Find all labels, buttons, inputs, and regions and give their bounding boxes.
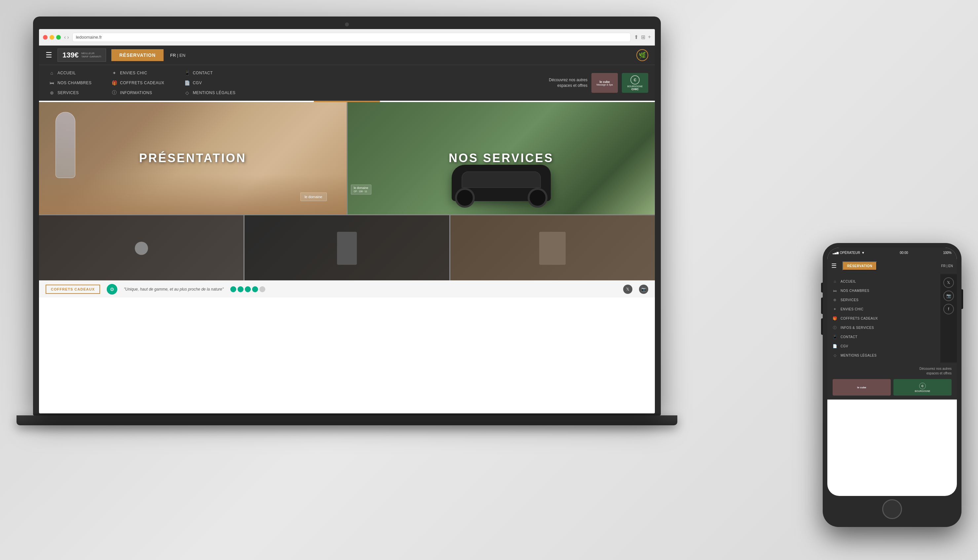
hamburger-menu[interactable]: ☰ [46, 51, 52, 60]
phone-bourgogne-logo[interactable]: C BOURGOGNE [893, 379, 951, 395]
phone-plus-icon: ⊕ [833, 298, 837, 302]
phone-twitter-btn[interactable]: 𝕏 [943, 277, 954, 288]
phone-vol-down-button[interactable] [821, 318, 823, 335]
laptop-body: ‹ › ledoomaine.fr ⬆ ⊞ + ☰ 139€ [33, 17, 661, 413]
phone-nav-mentions[interactable]: ◇ MENTIONS LÉGALES [827, 351, 940, 360]
coffrets-cadeaux-button[interactable]: COFFRETS CADEAUX [46, 285, 100, 294]
phone-home-icon: ⌂ [833, 279, 837, 283]
phone-gift-icon: 🎁 [833, 316, 837, 321]
presentation-panel[interactable]: PRÉSENTATION le domaine [39, 102, 347, 214]
car-wheel-left [455, 188, 475, 208]
phone-nav-infos[interactable]: ⓘ INFOS & SERVICES [827, 323, 940, 332]
info-icon: ⓘ [111, 90, 117, 96]
phone-lecube-logo[interactable]: le cube [833, 379, 891, 395]
phone-home-bar [827, 496, 957, 522]
star-5-empty [259, 286, 265, 292]
phone-icon: 📱 [184, 70, 190, 76]
phone-bottom-section: Découvrez nos autresespaces et offres le… [827, 363, 957, 400]
phone-promo-text: Découvrez nos autresespaces et offres [833, 367, 951, 376]
diamond-icon: ◇ [184, 90, 190, 96]
wifi-icon: ▼ [861, 251, 865, 255]
battery-status: 100% [943, 251, 951, 255]
lang-fr[interactable]: FR [170, 53, 176, 58]
nav-item-cgv[interactable]: 📄 CGV [181, 78, 239, 88]
browser-dot-yellow[interactable] [50, 35, 54, 40]
wishlist-icon: ✦ [111, 70, 117, 76]
new-tab-icon[interactable]: ⊞ [641, 34, 645, 40]
price-amount: 139€ [62, 51, 78, 60]
image-grid-bottom [39, 214, 655, 280]
phone-nav-accueil[interactable]: ⌂ ACCUEIL [827, 277, 940, 286]
phone-social-sidebar: 𝕏 📷 f [940, 274, 957, 363]
phone-nav-coffrets[interactable]: 🎁 COFFRETS CADEAUX [827, 314, 940, 323]
laptop-base [17, 415, 678, 425]
doc-icon: 📄 [184, 80, 190, 86]
phone-nav-envies[interactable]: ✦ ENVIES CHIC [827, 305, 940, 314]
phone-mute-button[interactable] [821, 283, 823, 293]
strip-image-2 [245, 215, 450, 280]
forward-icon[interactable]: › [67, 34, 69, 40]
star-1 [230, 286, 236, 292]
browser-dot-green[interactable] [56, 35, 61, 40]
phone-nav-services[interactable]: ⊕ SERVICES [827, 295, 940, 305]
phone-facebook-btn[interactable]: f [943, 304, 954, 314]
home-button[interactable] [882, 499, 902, 519]
nav-item-informations[interactable]: ⓘ INFORMATIONS [108, 88, 167, 97]
nav-columns: ⌂ ACCUEIL 🛏 NOS CHAMBRES ⊕ SERVICES [46, 65, 549, 101]
price-box: 139€ MEILLEURTARIF GARANTI [57, 48, 106, 62]
phone-vol-up-button[interactable] [821, 298, 823, 314]
lang-en[interactable]: EN [179, 53, 185, 58]
nav-item-mentions[interactable]: ◇ MENTIONS LÉGALES [181, 88, 239, 97]
phone-body: ▂▄▆ OPÉRATEUR ▼ 00:00 100% ☰ RÉSERVATION… [823, 243, 961, 527]
share-icon[interactable]: ⬆ [634, 34, 638, 40]
nav-item-services[interactable]: ⊕ SERVICES [46, 88, 95, 97]
phone-nav-chambres[interactable]: 🛏 NOS CHAMBRES [827, 286, 940, 295]
shelf-decoration [539, 232, 566, 265]
phone-status-bar: ▂▄▆ OPÉRATEUR ▼ 00:00 100% [827, 248, 957, 258]
browser-dot-red[interactable] [43, 35, 48, 40]
instagram-icon[interactable]: 📷 [639, 285, 648, 294]
reservation-button[interactable]: RÉSERVATION [111, 49, 164, 61]
phone-lang-fr[interactable]: FR [941, 264, 946, 268]
browser-actions: ⬆ ⊞ + [634, 34, 651, 40]
review-text: "Unique, haut de gamme, et au plus proch… [124, 287, 224, 292]
star-2 [237, 286, 244, 292]
leaf-icon: 🌿 [636, 49, 648, 61]
phone-reservation-btn[interactable]: RÉSERVATION [843, 262, 877, 270]
site-content: ☰ 139€ MEILLEURTARIF GARANTI RÉSERVATION… [39, 45, 655, 413]
nav-item-accueil[interactable]: ⌂ ACCUEIL [46, 68, 95, 78]
phone-promo-logos: le cube C BOURGOGNE [833, 379, 951, 395]
nav-item-chambres[interactable]: 🛏 NOS CHAMBRES [46, 78, 95, 88]
plus-icon: ⊕ [49, 90, 55, 96]
lang-selector: FR | EN [170, 53, 185, 58]
nav-item-contact[interactable]: 📱 CONTACT [181, 68, 239, 78]
phone-nav-cgv[interactable]: 📄 CGV [827, 342, 940, 351]
phone-hamburger[interactable]: ☰ [831, 262, 836, 270]
phone-time: 00:00 [900, 251, 908, 255]
phone-instagram-btn[interactable]: 📷 [943, 290, 954, 301]
phone-nav-contact[interactable]: 📱 CONTACT [827, 332, 940, 342]
car-decoration [445, 158, 557, 208]
nav-item-coffrets[interactable]: 🎁 COFFRETS CADEAUX [108, 78, 167, 88]
presentation-title: PRÉSENTATION [139, 151, 247, 165]
key-decoration [135, 242, 148, 255]
bourgognechic-logo[interactable]: C BOURGOGNE CHIC [622, 73, 648, 93]
lecube-logo[interactable]: le cube Massage & Spa [591, 73, 618, 93]
browser-dots [43, 35, 61, 40]
nav-col-1: ⌂ ACCUEIL 🛏 NOS CHAMBRES ⊕ SERVICES [46, 65, 95, 101]
services-panel[interactable]: le domaineCP · 138 · 11 NOS SERVICES [347, 102, 655, 214]
signal-bars: ▂▄▆ [833, 251, 839, 254]
phone-info-icon: ⓘ [833, 325, 837, 330]
nav-bar: ⌂ ACCUEIL 🛏 NOS CHAMBRES ⊕ SERVICES [39, 65, 655, 101]
domain-logo-overlay2: le domaineCP · 138 · 11 [351, 185, 371, 195]
phone-diamond-icon: ◇ [833, 353, 837, 358]
bed-icon: 🛏 [49, 80, 55, 86]
phone-bed-icon: 🛏 [833, 288, 837, 293]
browser-url-bar[interactable]: ledoomaine.fr [72, 33, 631, 42]
back-icon[interactable]: ‹ [64, 34, 66, 40]
phone-lang-en[interactable]: EN [948, 264, 953, 268]
phone-power-button[interactable] [961, 289, 963, 309]
twitter-icon[interactable]: 𝕏 [623, 285, 633, 294]
nav-item-envies[interactable]: ✦ ENVIES CHIC [108, 68, 167, 78]
add-tab-icon[interactable]: + [648, 34, 651, 40]
